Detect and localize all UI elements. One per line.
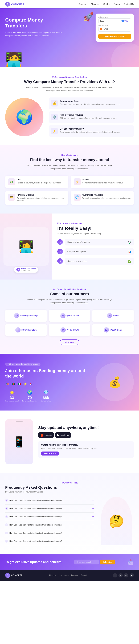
nav-pages[interactable]: Pages [114,3,120,6]
step-box-2: Choose the best option ✅ [65,258,134,264]
stat-icon-2: 💎 [41,390,51,395]
faq-section: How Can We Help? Frequently Asked Questi… [0,473,139,554]
logo: C COMOFER [5,2,24,6]
why-card-icon-2: ⚡ [51,128,58,134]
stats-title: Join other users Sending money around th… [5,368,92,379]
faq-item-2[interactable]: ✓ How Can I use Comofer to find the best… [5,513,94,521]
nav-about[interactable]: About Us [91,3,100,6]
step-box-0: Enter your transfer amount 💱 [65,239,134,246]
see-alerts-btn[interactable]: See Alerts Now [41,452,60,456]
partner-4: WI World IPSUM [49,324,90,336]
country-input[interactable]: INDIA ▾ [98,27,131,32]
rocket-icon: 🚀 [83,12,94,22]
hero-title: Compare Money Transfers [5,17,64,29]
phone-illustration: 📱 [5,419,33,464]
footer-link-3[interactable]: Contact [80,574,86,576]
appstore-btn[interactable]: 🍎 App Store [38,432,54,438]
easy-desc: Simple process to get quotes for your tr… [57,232,134,234]
faq-item-4[interactable]: ✓ How Can I use Comofer to find the best… [5,529,94,537]
cta-email-input[interactable] [74,560,99,564]
faq-check-2: ✓ [5,515,8,518]
video-btn[interactable]: ▶ Watch Video Now 30 seconds [14,267,38,272]
flag-3: ⭐ [23,382,28,386]
easy-left: 👩‍💻 ▶ Watch Video Now 30 seconds [0,214,52,280]
footer-link-1[interactable]: How it works [58,574,68,576]
how-card-text-0: The cost of a currency transfer is a maj… [17,182,61,184]
how-tag: How We Compare [5,154,134,156]
hero-content: Compare Money Transfers Save on fees whi… [5,17,64,37]
how-card-1: ⚡ Speed Some money transfers available i… [71,176,134,188]
faq-toggle-3[interactable]: + [92,523,94,526]
faq-check-4: ✓ [5,532,8,534]
faq-toggle-2[interactable]: + [92,515,94,518]
country-label: Sending From [98,25,131,26]
faq-item-1[interactable]: ✓ How Can I use Comofer to find the best… [5,504,94,513]
stay-layout: 📱 Stay updated anywhere, anytime! 🍎 App … [5,419,134,464]
partners-section: Get Quotes From Multiple Providers Some … [0,280,139,354]
how-card-0: 💵 Cost The cost of a currency transfer i… [5,176,68,188]
partners-desc: We find and compare the best money trans… [26,298,113,304]
step-icon-0: 💱 [128,240,131,244]
stat-1: 🌍 70 Currencies Supported [22,390,37,402]
why-card-text-0: On average you can save over 4% when com… [60,103,120,106]
compare-btn[interactable]: COMPARE PROVIDERS [98,34,131,39]
footer-logo: C COMOFER [5,573,22,578]
googleplay-btn[interactable]: ▶ Google Play [55,432,71,438]
faq-item-0[interactable]: ✓ How Can I use Comofer to find the best… [5,496,94,504]
cta-text-block: To get exclusive updates and benefits [5,560,62,564]
faq-toggle-1[interactable]: + [92,507,94,510]
faq-toggle-5[interactable]: + [92,540,94,543]
faq-toggle-0[interactable]: + [92,499,94,502]
social-youtube[interactable]: ▶ [130,573,134,578]
stat-label-1: Currencies Supported [22,400,37,402]
footer-link-2[interactable]: Partners [71,574,78,576]
partner-5: IG IPSUM Global [92,324,134,336]
cta-form: Subscribe [74,560,115,564]
how-card-content-3: Currencies Available We work providers t… [82,194,131,200]
footer-link-0[interactable]: About us [49,574,56,576]
stats-left: +100 money transfer providers reviewed J… [5,362,92,402]
how-card-icon-2: 💳 [8,194,15,201]
how-card-text-2: We collect all payment options to help w… [17,197,65,202]
transfer-card-text: Signup to our Smart service to track the… [41,447,131,450]
nav-guides[interactable]: Guides [104,3,110,6]
step-icon-2: ✅ [128,260,131,263]
step-icon-1: 📊 [128,250,131,253]
social-linkedin[interactable]: in [124,573,128,578]
step-box-1: Compare your options 📊 [65,248,134,255]
country-row: Sending From INDIA ▾ [98,25,131,32]
stat-val-1: 70 [22,396,37,400]
stat-0: 🌟 33 Countries reviewed [5,390,18,402]
social-facebook[interactable]: f [113,573,117,578]
stats-section: +100 money transfer providers reviewed J… [0,354,139,410]
view-more-btn[interactable]: View More [60,340,80,345]
why-title: Why Compare Money Transfer Providers Wit… [5,80,134,84]
flag-0: 🇬🇧 [5,382,10,386]
nav-compare[interactable]: Compare [78,3,87,6]
easy-section: 👩‍💻 ▶ Watch Video Now 30 seconds Find th… [0,214,139,280]
faq-toggle-4[interactable]: + [92,532,94,534]
faq-q-4: ✓ How Can I use Comofer to find the best… [5,532,62,534]
how-desc: We find and compare the best money trans… [26,164,113,170]
flags-row: 🇬🇧 🇧🇩 🇲🇽 ⭐ 🇳🇵 [5,382,92,386]
footer-social: f t in ▶ [113,573,134,578]
faq-item-5[interactable]: ✓ How Can I use Comofer to find the best… [5,537,94,545]
send-amount-input[interactable]: 1000 USD ▾ [98,18,131,23]
social-twitter[interactable]: t [118,573,123,578]
stats-illustration: 💰 [96,363,134,401]
play-icon: ▶ [16,268,20,272]
stats-badge: +100 money transfer providers reviewed [5,362,40,366]
why-card-text-2: Some transfers take days, others minutes… [60,131,120,134]
how-card-title-2: Payment Options [17,194,65,196]
faq-illustration: 🤔 [99,496,134,545]
faq-tag: How Can We Help? [5,482,134,484]
cta-subscribe-btn[interactable]: Subscribe [100,560,115,564]
why-cards: 💰 Compare and Save On average you can sa… [49,98,134,137]
nav-contact[interactable]: Contact Us [124,3,134,6]
send-label: I'd like to send [98,16,131,18]
how-card-2: 💳 Payment Options We collect all payment… [5,191,68,205]
stat-label-2: Users involved [41,400,51,402]
how-card-content-0: Cost The cost of a currency transfer is … [17,178,61,184]
faq-item-3[interactable]: ✓ How Can I use Comofer to find the best… [5,521,94,529]
stat-numbers: 🌟 33 Countries reviewed 🌍 70 Currencies … [5,390,92,402]
